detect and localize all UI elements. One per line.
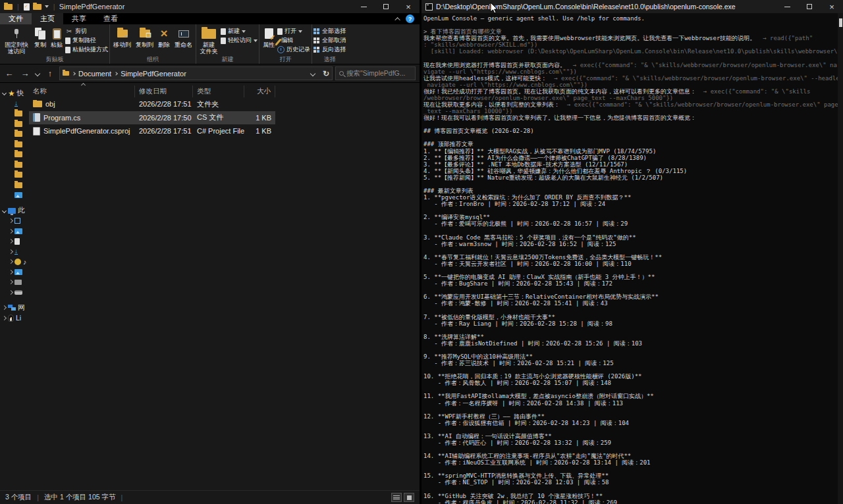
address-bar[interactable]: Document SimplePdfGenerator ↻ [59,66,333,80]
open-button[interactable]: 打开 [277,27,310,36]
chevron-right-icon[interactable] [2,316,7,320]
sidebar-item-pinned-folder[interactable] [0,139,29,150]
forward-button[interactable]: → [18,68,32,78]
sidebar-item-quick-access[interactable]: ★快 [0,88,29,99]
chevron-right-icon[interactable] [2,305,7,310]
copy-path-button[interactable]: 复制路径 [65,36,108,45]
sidebar-item-pinned-folder[interactable] [0,129,29,139]
invert-selection-button[interactable]: 反向选择 [313,45,346,54]
column-header-type[interactable]: 类型 [193,86,244,97]
minimize-button[interactable] [352,0,375,13]
chevron-right-icon[interactable] [9,218,13,223]
terminal-line [423,466,843,472]
cut-icon: ✂ [65,28,73,35]
file-row-SimplePdfGenerator.csproj[interactable]: SimplePdfGenerator.csproj2026/2/28 17:51… [29,124,275,138]
chevron-right-icon[interactable] [9,290,13,295]
refresh-icon[interactable]: ↻ [323,69,329,78]
file-row-obj[interactable]: obj2026/2/28 17:51文件夹 [29,97,275,111]
select-all-button[interactable]: 全部选择 [313,27,346,36]
column-header-name[interactable]: 名称 [29,86,135,97]
collapse-ribbon-icon[interactable] [394,17,400,22]
sidebar-item-downloads[interactable]: ↓ [0,247,29,257]
terminal-line [423,446,843,453]
pin-to-quick-access-button[interactable]: 固定到快速访问 [1,26,32,55]
terminal-line [423,307,843,313]
sidebar-item-downloads[interactable]: ↓ [0,99,29,109]
paste-shortcut-button[interactable]: 粘贴快捷方式 [65,45,108,54]
icons-view-button[interactable] [404,493,414,502]
sidebar-item-3d-objects[interactable] [0,216,29,226]
search-input[interactable]: 搜索"SimplePdfG... [335,66,416,80]
sidebar-item-network[interactable]: 网 [0,303,29,313]
recent-locations-arrow-icon[interactable] [35,70,40,76]
paste-button[interactable]: 粘贴 [49,26,65,49]
chevron-right-icon[interactable] [9,259,13,264]
tab-share[interactable]: 共享 [63,13,95,24]
terminal-line: 让我尝试使用headless模式，这样可能更快： → exec({"comman… [423,75,843,82]
sidebar-item-local-disk[interactable] [0,288,29,298]
terminal-line: ### 最新文章列表 [423,188,843,194]
copy-to-button[interactable]: ❐ 复制到 [134,26,155,49]
up-button[interactable]: ↑ [43,68,57,78]
chevron-right-icon[interactable] [9,239,13,243]
sidebar-item-pinned-folder[interactable] [0,180,29,191]
console-scrollbar[interactable] [838,13,843,504]
details-view-button[interactable] [391,493,402,502]
console-close-button[interactable]: × [821,0,843,13]
sidebar-item-pinned-folder[interactable] [0,149,29,160]
sidebar-item-documents[interactable] [0,236,29,247]
terminal-line: 14. **AI辅助编程系统工程的注意事项-程序员从"农耕"走向"魔法"的时代*… [423,453,843,459]
sidebar-item-pictures[interactable] [0,190,29,201]
select-none-button[interactable]: 全部取消 [313,36,346,45]
chevron-right-icon[interactable] [9,249,13,254]
chevron-down-icon[interactable] [2,209,7,213]
maximize-button[interactable] [375,0,397,13]
search-icon [339,71,344,76]
delete-button[interactable]: × 删除 [156,26,172,49]
rename-button[interactable]: 重命名 [173,26,194,49]
sidebar-item-this-pc[interactable]: 此 [0,206,29,216]
new-folder-shortcut-icon[interactable] [33,4,41,10]
file-row-Program.cs[interactable]: Program.cs2026/2/28 17:50CS 文件1 KB [29,111,275,125]
scrollbar-thumb[interactable] [839,18,842,27]
move-to-icon: → [117,30,128,38]
sidebar-item-desktop[interactable] [0,267,29,278]
sidebar-item-videos[interactable] [0,277,29,288]
breadcrumb-root[interactable]: Document [78,70,111,78]
chevron-right-icon[interactable] [9,270,13,274]
sidebar-item-music[interactable]: ♪ [0,257,29,267]
address-dropdown-icon[interactable] [310,70,315,76]
customize-toolbar-arrow-icon[interactable] [45,5,49,8]
close-button[interactable]: × [397,0,420,13]
copy-button[interactable]: 复制 [32,26,48,49]
breadcrumb-current[interactable]: SimplePdfGenerator [121,70,186,78]
tab-view[interactable]: 查看 [95,13,126,24]
tab-file[interactable]: 文件 [0,13,32,24]
column-header-date[interactable]: 修改日期 [135,86,193,97]
chevron-down-icon[interactable] [2,91,7,95]
move-to-button[interactable]: → 移动到 [111,26,133,49]
file-icon [33,127,40,136]
console-minimize-button[interactable] [776,0,798,13]
tab-home[interactable]: 主页 [32,13,63,24]
cut-button[interactable]: ✂剪切 [65,27,108,36]
sidebar-item-pinned-folder[interactable] [0,109,29,119]
column-header-size[interactable]: 大小 [244,86,275,97]
sidebar-item-linux[interactable]: Li [0,313,29,324]
back-button[interactable]: ← [3,68,16,78]
videos-icon [14,280,22,285]
edit-button[interactable]: 编辑 [277,36,310,45]
help-icon[interactable]: ? [406,14,414,23]
easy-access-button[interactable]: 轻松访问 [221,36,258,45]
sidebar-item-pinned-folder[interactable] [0,170,29,180]
chevron-right-icon[interactable] [9,229,13,234]
new-folder-button[interactable]: 新建 文件夹 [198,26,220,55]
sidebar-item-pinned-folder[interactable] [0,119,29,130]
sidebar-item-pictures[interactable] [0,226,29,237]
sidebar-item-pinned-folder[interactable] [0,160,29,170]
new-item-button[interactable]: 新建 [221,27,258,36]
chevron-right-icon[interactable] [9,280,13,284]
history-button[interactable]: 历史记录 [277,45,310,54]
properties-shortcut-icon[interactable]: ✓ [24,3,30,11]
console-maximize-button[interactable] [798,0,821,13]
